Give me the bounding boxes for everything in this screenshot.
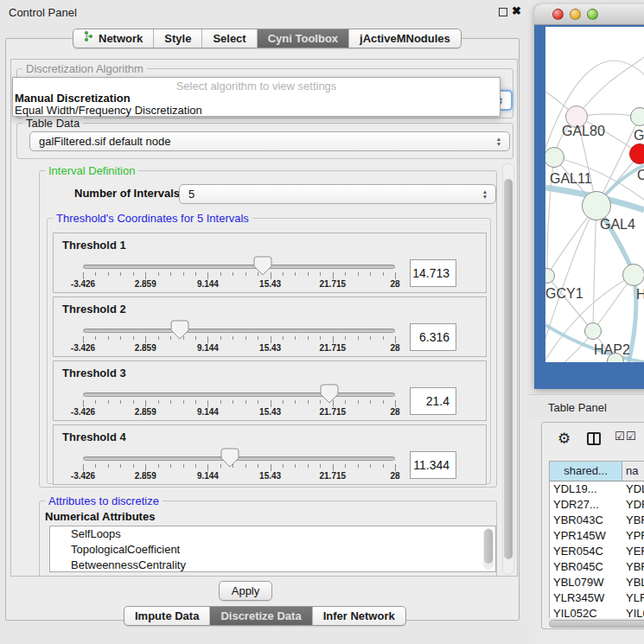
gear-icon[interactable]: ⚙ [558,430,571,448]
tick-mark [207,336,208,343]
tick-label: 21.715 [320,279,347,289]
network-node-hap2[interactable] [584,322,602,340]
close-icon[interactable]: ✖ [512,4,521,17]
cell-name[interactable]: YER0 [622,544,644,559]
slider-track[interactable] [83,392,395,397]
slider-thumb[interactable] [253,256,272,276]
network-node-ga[interactable] [630,107,644,126]
popup-item-manual-discretization[interactable]: Manual Discretization [15,92,131,105]
table-horizontal-scrollbar[interactable] [549,620,644,628]
cell-shared-name[interactable]: YDL19... [550,481,622,497]
tab-style[interactable]: Style [153,29,201,48]
attribute-list-item[interactable]: TopologicalCoefficient [50,542,495,558]
number-of-intervals-combobox[interactable]: 5 ▲▼ [179,184,496,204]
table-data-combobox[interactable]: galFiltered.sif default node ▲▼ [29,131,510,151]
cell-name[interactable]: YBR0 [622,559,644,575]
table-row[interactable]: YDR27...YDR2 [550,497,644,513]
cell-name[interactable]: YDL1 [622,481,644,497]
tab-infer-network[interactable]: Infer Network [312,607,405,625]
tab-discretize-data[interactable]: Discretize Data [209,607,311,625]
table-row[interactable]: YIL052CYIL0 [550,606,644,618]
cell-name[interactable]: YPR1 [622,528,644,544]
cell-name[interactable]: YDR2 [622,497,644,513]
slider-thumb[interactable] [170,320,189,340]
tick-mark [320,464,321,468]
cell-shared-name[interactable]: YIL052C [550,606,622,618]
list-scrollbar[interactable] [483,528,494,570]
threshold-4-panel: Threshold 4 -3.4262.8599.14415.4321.7152… [53,424,487,485]
tab-network[interactable]: Network [73,29,153,48]
cell-name[interactable]: YLR3 [622,590,644,606]
cell-shared-name[interactable]: YER054C [550,544,622,559]
table-row[interactable]: YBR043CYBR0 [550,513,644,528]
column-header-shared-name[interactable]: shared... [550,462,622,481]
network-window-titlebar[interactable] [534,4,644,25]
table-row[interactable]: YDL19...YDL1 [550,481,644,497]
table-data-combobox-value: galFiltered.sif default node [30,135,493,148]
table-row[interactable]: YPR145WYPR1 [550,528,644,544]
slider-track[interactable] [83,265,395,269]
tab-select[interactable]: Select [201,29,256,48]
table-row[interactable]: YER054CYER0 [550,544,644,559]
attribute-list-item[interactable]: BetweennessCentrality [50,558,495,572]
float-window-icon[interactable] [499,8,507,16]
close-traffic-light-icon[interactable] [552,9,564,20]
tick-mark [395,272,396,279]
network-node-h[interactable] [622,264,644,286]
popup-item-equal-width-frequency[interactable]: Equal Width/Frequency Discretization [15,104,202,117]
cell-shared-name[interactable]: YDR27... [550,497,622,513]
cell-shared-name[interactable]: YBR043C [550,513,622,528]
tick-mark [271,400,271,407]
minimize-traffic-light-icon[interactable] [570,9,581,20]
tick-mark [295,464,296,468]
attribute-list-item[interactable]: SelfLoops [50,526,495,542]
tab-cyni-toolbox[interactable]: Cyni Toolbox [257,29,348,48]
columns-icon[interactable] [587,432,601,445]
network-node-c[interactable] [629,143,644,164]
threshold-value-field[interactable]: 6.316 [410,323,456,351]
cell-shared-name[interactable]: YPR145W [550,528,622,544]
network-node-gal4[interactable] [582,191,611,220]
apply-button[interactable]: Apply [219,581,272,601]
slider-track[interactable] [83,328,395,333]
threshold-value-field[interactable]: 11.344 [410,451,456,479]
threshold-value-field[interactable]: 21.4 [410,387,456,415]
tick-mark [271,336,271,343]
tick-mark [83,272,84,279]
tick-label: 9.144 [197,343,219,353]
tick-mark [220,400,221,404]
cell-name[interactable]: YBL0 [622,575,644,590]
checkbox-icon[interactable]: ☑ [615,430,625,443]
tick-label: 15.43 [259,471,281,481]
tick-mark [308,336,309,340]
tick-mark [120,272,121,276]
tick-mark [183,272,184,276]
tick-mark [195,400,196,404]
column-header-name[interactable]: na [622,462,644,481]
slider-tick-labels: -3.4262.8599.14415.4321.71528 [83,343,395,354]
zoom-traffic-light-icon[interactable] [587,9,598,20]
numerical-attributes-list[interactable]: SelfLoopsTopologicalCoefficientBetweenne… [49,526,496,572]
tab-impute-data[interactable]: Impute Data [124,607,209,625]
tick-mark [133,272,134,276]
checkbox-icon[interactable]: ☑ [626,430,636,443]
threshold-value-field[interactable]: 14.713 [410,259,456,287]
tick-label: -3.426 [71,471,95,481]
table-row[interactable]: YBR045CYBR0 [550,559,644,575]
cell-name[interactable]: YBR0 [622,513,644,528]
cell-shared-name[interactable]: YBL079W [550,575,622,590]
tick-mark [383,336,384,340]
number-of-intervals-label: Number of Intervals [74,187,180,200]
cell-name[interactable]: YIL0 [622,606,644,618]
cell-shared-name[interactable]: YLR345W [550,590,622,606]
tab-jactivemnodules[interactable]: jActiveMNodules [348,29,461,48]
tick-label: 2.859 [135,343,156,353]
cell-shared-name[interactable]: YBR045C [550,559,622,575]
slider-thumb[interactable] [220,448,239,468]
network-canvas[interactable]: GAL80GACGAL11GAL4GCY1HHAP2 [545,27,644,362]
table-row[interactable]: YLR345WYLR3 [550,590,644,606]
network-node-label: GAL11 [550,171,592,187]
table-row[interactable]: YBL079WYBL0 [550,575,644,590]
slider-thumb[interactable] [320,384,339,404]
settings-scrollbar[interactable] [502,163,514,575]
